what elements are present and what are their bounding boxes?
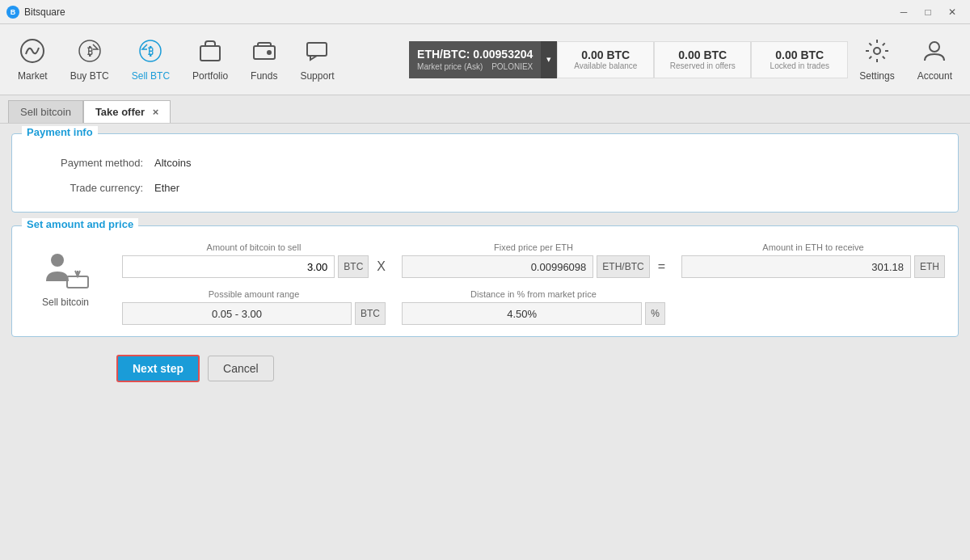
- app-container: Market ₿ Buy BTC ₿ Sell BTC Portfolio: [0, 24, 970, 560]
- equals-sign: =: [658, 259, 665, 274]
- next-step-button[interactable]: Next step: [116, 355, 200, 382]
- range-label: Possible amount range: [122, 289, 386, 299]
- distance-value: 4.50%: [402, 302, 642, 325]
- nav-funds-label: Funds: [251, 70, 277, 82]
- tab-close-button[interactable]: ×: [153, 106, 159, 118]
- svg-point-9: [874, 48, 880, 54]
- account-icon: [922, 38, 947, 67]
- trade-currency-value: Ether: [154, 182, 179, 194]
- amount-section-title: Set amount and price: [22, 218, 138, 230]
- range-row: 0.05 - 3.00 BTC: [122, 302, 386, 325]
- payment-method-row: Payment method: Altcoins: [25, 150, 945, 175]
- amount-field-group: Amount of bitcoin to sell BTC X: [122, 242, 386, 278]
- action-area: Next step Cancel: [11, 350, 959, 382]
- distance-field-group: Distance in % from market price 4.50% %: [402, 289, 665, 325]
- main-content: Payment info Payment method: Altcoins Tr…: [0, 124, 970, 560]
- svg-rect-5: [200, 46, 220, 61]
- payment-section-body: Payment method: Altcoins Trade currency:…: [12, 134, 958, 212]
- tab-sell-bitcoin[interactable]: Sell bitcoin: [8, 100, 83, 123]
- amount-content: Sell bitcoin Amount of bitcoin to sell B…: [25, 242, 945, 325]
- market-icon: [19, 38, 45, 67]
- nav-support[interactable]: Support: [289, 24, 345, 95]
- distance-row: 4.50% %: [402, 302, 665, 325]
- nav-settings-label: Settings: [859, 70, 894, 82]
- amount-field-label: Amount of bitcoin to sell: [122, 242, 386, 252]
- nav-portfolio[interactable]: Portfolio: [181, 24, 239, 95]
- svg-point-11: [51, 254, 64, 267]
- sell-bitcoin-icon: [41, 251, 90, 293]
- svg-rect-8: [307, 43, 327, 56]
- nav-buy-btc[interactable]: ₿ Buy BTC: [59, 24, 120, 95]
- amount-input[interactable]: [122, 255, 335, 278]
- available-balance: 0.00 BTC Available balance: [557, 41, 654, 78]
- payment-info-section: Payment info Payment method: Altcoins Tr…: [11, 133, 959, 213]
- svg-text:₿: ₿: [148, 45, 154, 57]
- buy-btc-icon: ₿: [77, 38, 103, 67]
- locked-trades-amount: 0.00 BTC: [775, 48, 824, 61]
- sell-icon-area: Sell bitcoin: [25, 242, 106, 308]
- range-field-group: Possible amount range 0.05 - 3.00 BTC: [122, 289, 386, 325]
- exchange-label: POLONIEX: [491, 62, 533, 71]
- payment-section-title: Payment info: [22, 126, 98, 138]
- amount-unit: BTC: [338, 255, 369, 278]
- market-price-dropdown[interactable]: ▾: [541, 41, 557, 78]
- titlebar-controls: ─ □ ✕: [892, 4, 964, 20]
- available-balance-amount: 0.00 BTC: [581, 48, 630, 61]
- funds-icon: [251, 38, 277, 67]
- nav-settings[interactable]: Settings: [848, 24, 905, 95]
- amount-section-body: Sell bitcoin Amount of bitcoin to sell B…: [12, 226, 958, 336]
- range-value: 0.05 - 3.00: [122, 302, 352, 325]
- close-button[interactable]: ✕: [941, 4, 964, 20]
- fixed-price-value: 0.00996098: [402, 255, 593, 278]
- reserved-offers: 0.00 BTC Reserved in offers: [654, 41, 751, 78]
- fixed-price-unit: ETH/BTC: [597, 255, 649, 278]
- nav-account[interactable]: Account: [906, 24, 964, 95]
- tab-take-offer-label: Take offer: [95, 106, 145, 118]
- sell-icon-label: Sell bitcoin: [42, 297, 89, 308]
- svg-point-10: [930, 42, 939, 52]
- amount-section: Set amount and price: [11, 225, 959, 337]
- payment-method-value: Altcoins: [154, 157, 192, 169]
- svg-point-7: [267, 50, 272, 55]
- navbar: Market ₿ Buy BTC ₿ Sell BTC Portfolio: [0, 24, 970, 95]
- distance-label: Distance in % from market price: [402, 289, 665, 299]
- nav-account-label: Account: [917, 70, 952, 82]
- receive-unit: ETH: [914, 255, 945, 278]
- cancel-button[interactable]: Cancel: [208, 356, 274, 381]
- app-title: Bitsquare: [24, 6, 65, 18]
- svg-text:₿: ₿: [86, 45, 92, 57]
- trade-currency-row: Trade currency: Ether: [25, 175, 945, 200]
- receive-value: 301.18: [681, 255, 911, 278]
- available-balance-label: Available balance: [574, 61, 637, 70]
- nav-sell-btc[interactable]: ₿ Sell BTC: [120, 24, 181, 95]
- reserved-offers-label: Reserved in offers: [670, 61, 736, 70]
- titlebar: B Bitsquare ─ □ ✕: [0, 0, 970, 24]
- locked-trades-label: Locked in trades: [770, 61, 829, 70]
- market-price-value: ETH/BTC: 0.00953204: [417, 48, 533, 61]
- fields-row2: Possible amount range 0.05 - 3.00 BTC Di…: [122, 289, 945, 325]
- nav-funds[interactable]: Funds: [239, 24, 289, 95]
- nav-buy-btc-label: Buy BTC: [70, 70, 109, 82]
- market-price-label: Market price (Ask): [417, 62, 483, 71]
- market-price-display[interactable]: ETH/BTC: 0.00953204 Market price (Ask) P…: [409, 44, 541, 74]
- nav-support-label: Support: [300, 70, 334, 82]
- support-icon: [304, 38, 330, 67]
- fixed-price-field-group: Fixed price per ETH 0.00996098 ETH/BTC =: [402, 242, 665, 278]
- multiply-sign: X: [377, 259, 386, 274]
- market-price-area: ETH/BTC: 0.00953204 Market price (Ask) P…: [409, 24, 964, 95]
- nav-market[interactable]: Market: [6, 24, 59, 95]
- maximize-button[interactable]: □: [917, 4, 939, 20]
- nav-market-label: Market: [18, 70, 48, 82]
- tab-take-offer[interactable]: Take offer ×: [83, 100, 171, 123]
- minimize-button[interactable]: ─: [892, 4, 915, 20]
- titlebar-left: B Bitsquare: [6, 6, 65, 19]
- nav-sell-btc-label: Sell BTC: [132, 70, 170, 82]
- tab-bar: Sell bitcoin Take offer ×: [0, 95, 970, 124]
- svg-rect-6: [254, 46, 275, 59]
- portfolio-icon: [197, 38, 223, 67]
- app-logo: B: [6, 6, 19, 19]
- receive-field-group: Amount in ETH to receive 301.18 ETH: [681, 242, 945, 278]
- locked-trades: 0.00 BTC Locked in trades: [751, 41, 848, 78]
- receive-label: Amount in ETH to receive: [681, 242, 945, 252]
- fixed-price-row: 0.00996098 ETH/BTC =: [402, 255, 665, 278]
